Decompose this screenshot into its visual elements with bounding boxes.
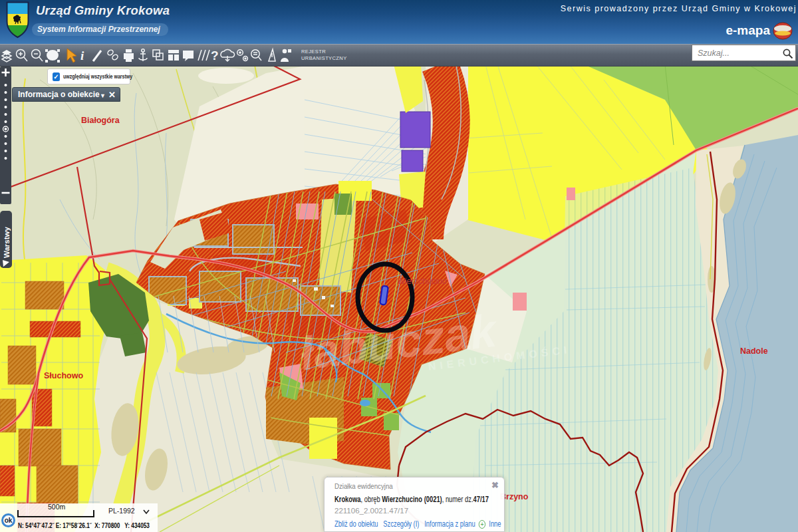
- svg-text:Wierzchucino: Wierzchucino: [397, 277, 447, 286]
- svg-text:Warstwy: Warstwy: [3, 227, 11, 258]
- svg-text:Nadole: Nadole: [740, 346, 768, 356]
- svg-text:?: ?: [211, 49, 219, 63]
- svg-text:i: i: [80, 49, 84, 63]
- svg-text:Białogóra: Białogóra: [81, 116, 120, 125]
- svg-text:Słuchowo: Słuchowo: [44, 371, 83, 380]
